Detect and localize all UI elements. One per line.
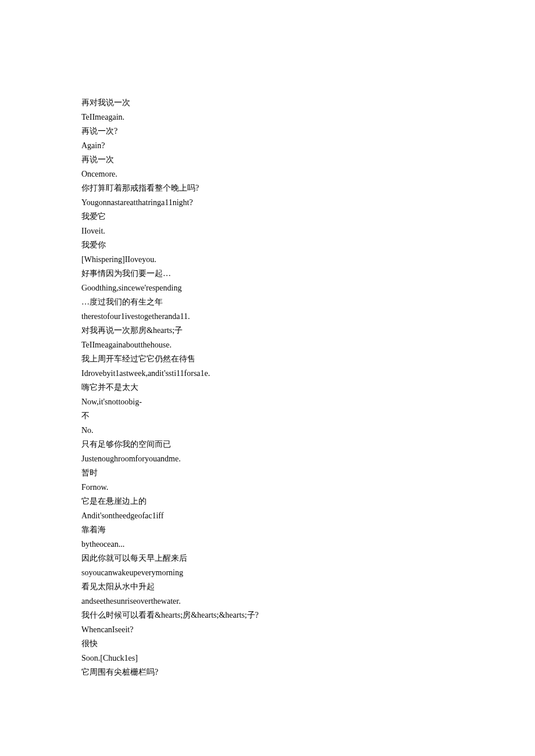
text-line: No. [81, 424, 454, 438]
text-line: 你打算盯着那戒指看整个晚上吗? [81, 181, 454, 196]
document-page: 再对我说一次 TeIImeagain. 再说一次? Again? 再说一次 On… [0, 0, 535, 756]
text-line: WhencanIseeit? [81, 623, 454, 637]
text-line: Andit'sontheedgeofac1iff [81, 509, 454, 524]
text-line: 再说一次 [81, 153, 454, 167]
text-line: bytheocean... [81, 538, 454, 552]
text-line: Now,it'snottoobig- [81, 395, 454, 410]
text-line: 不 [81, 409, 454, 424]
text-line: 对我再说一次那房&hearts;子 [81, 324, 454, 338]
text-line: 靠着海 [81, 523, 454, 538]
text-line: Again? [81, 139, 454, 153]
text-line: 它周围有尖桩栅栏吗? [81, 665, 454, 680]
text-line: Justenoughroomforyouandme. [81, 452, 454, 467]
text-line: Oncemore. [81, 167, 454, 182]
text-line: [Whispering]IIoveyou. [81, 253, 454, 267]
text-line: 嗨它并不是太大 [81, 381, 454, 395]
text-line: 我爱它 [81, 210, 454, 224]
text-line: 它是在悬崖边上的 [81, 495, 454, 509]
text-line: 看见太阳从水中升起 [81, 580, 454, 594]
text-line: 好事情因为我们要一起… [81, 267, 454, 281]
text-line: 再说一次? [81, 124, 454, 139]
text-line: soyoucanwakeupeverymorning [81, 566, 454, 581]
text-line: andseethesunriseoverthewater. [81, 594, 454, 609]
text-line: …度过我们的有生之年 [81, 295, 454, 310]
text-line: Fornow. [81, 481, 454, 495]
text-line: 我爱你 [81, 238, 454, 253]
text-line: TeIImeagain. [81, 110, 454, 125]
text-line: 暂时 [81, 466, 454, 481]
text-line: 我什么时候可以看看&hearts;房&hearts;&hearts;子? [81, 608, 454, 623]
text-line: therestofour1ivestogetheranda11. [81, 310, 454, 324]
text-line: Yougonnastareatthatringa11night? [81, 196, 454, 210]
text-line: Idrovebyit1astweek,andit'ssti11forsa1e. [81, 367, 454, 381]
text-line: 因此你就可以每天早上醒来后 [81, 551, 454, 566]
text-line: TeIImeagainaboutthehouse. [81, 338, 454, 353]
text-line: 很快 [81, 637, 454, 651]
text-line: 再对我说一次 [81, 96, 454, 110]
text-line: 只有足够你我的空间而已 [81, 438, 454, 452]
text-line: Soon.[Chuck1es] [81, 651, 454, 666]
text-line: 我上周开车经过它它仍然在待售 [81, 352, 454, 367]
text-line: Goodthing,sincewe'respending [81, 281, 454, 296]
text-line: IIoveit. [81, 224, 454, 239]
